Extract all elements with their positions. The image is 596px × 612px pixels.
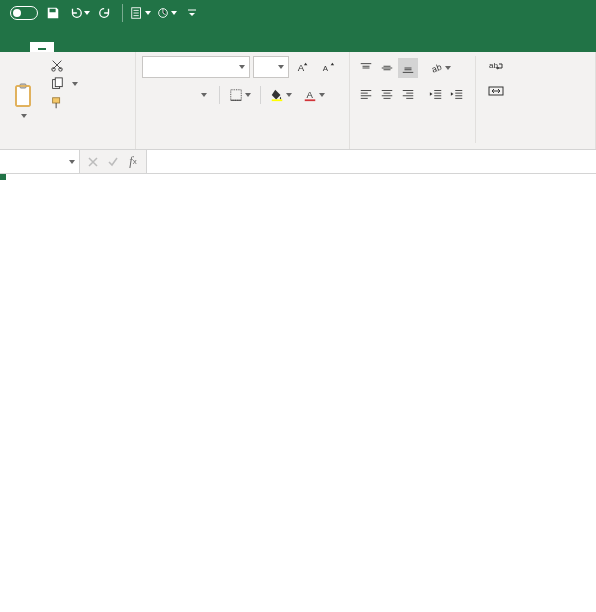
align-top-button[interactable] — [356, 58, 376, 78]
svg-rect-9 — [53, 98, 60, 103]
font-group-label — [142, 143, 343, 147]
autosave-toggle[interactable] — [6, 6, 38, 20]
svg-text:ab: ab — [430, 62, 443, 75]
cut-button[interactable] — [46, 56, 82, 74]
paste-button[interactable] — [6, 56, 42, 143]
tab-view[interactable] — [174, 42, 198, 52]
tab-formulas[interactable] — [102, 42, 126, 52]
tab-home[interactable] — [30, 42, 54, 52]
formula-bar[interactable] — [147, 150, 596, 173]
spreadsheet-grid[interactable] — [0, 174, 596, 612]
clipboard-group-label — [6, 143, 129, 147]
align-center-button[interactable] — [377, 84, 397, 104]
align-left-button[interactable] — [356, 84, 376, 104]
svg-rect-13 — [272, 99, 283, 101]
underline-button[interactable] — [192, 84, 214, 106]
increase-font-button[interactable]: A — [292, 56, 314, 78]
tab-developer[interactable] — [198, 42, 222, 52]
cancel-formula-button[interactable] — [84, 153, 102, 171]
fill-color-button[interactable] — [266, 84, 296, 106]
svg-rect-15 — [305, 99, 316, 101]
align-middle-button[interactable] — [377, 58, 397, 78]
decrease-indent-button[interactable] — [426, 84, 446, 104]
align-right-button[interactable] — [398, 84, 418, 104]
save-icon[interactable] — [42, 2, 64, 24]
alignment-group-label — [356, 143, 589, 147]
tab-page-layout[interactable] — [78, 42, 102, 52]
font-name-combo[interactable] — [142, 56, 250, 78]
qat-button-2[interactable] — [155, 2, 177, 24]
redo-button[interactable] — [94, 2, 116, 24]
bold-button[interactable] — [142, 84, 164, 106]
svg-rect-8 — [55, 78, 62, 87]
customize-qat-button[interactable] — [181, 2, 203, 24]
wrap-text-button[interactable]: ab — [484, 58, 512, 76]
ribbon-tabs — [0, 25, 596, 52]
qat-button-1[interactable] — [129, 2, 151, 24]
undo-button[interactable] — [68, 2, 90, 24]
group-clipboard — [0, 52, 136, 149]
toggle-switch[interactable] — [10, 6, 38, 20]
increase-indent-button[interactable] — [447, 84, 467, 104]
svg-text:A: A — [298, 62, 305, 73]
tab-insert[interactable] — [54, 42, 78, 52]
format-painter-button[interactable] — [46, 94, 82, 112]
font-color-button[interactable]: A — [299, 84, 329, 106]
formula-input[interactable] — [153, 155, 590, 169]
ribbon: A A A — [0, 52, 596, 150]
name-box-input[interactable] — [4, 155, 58, 169]
tab-file[interactable] — [6, 42, 30, 52]
formula-bar-row: fx — [0, 150, 596, 174]
tab-data[interactable] — [126, 42, 150, 52]
group-alignment: ab ab — [350, 52, 596, 149]
align-bottom-button[interactable] — [398, 58, 418, 78]
enter-formula-button[interactable] — [104, 153, 122, 171]
svg-rect-2 — [16, 86, 30, 106]
italic-button[interactable] — [167, 84, 189, 106]
svg-text:A: A — [323, 64, 329, 73]
svg-text:A: A — [307, 89, 314, 100]
group-font: A A A — [136, 52, 350, 149]
orientation-button[interactable]: ab — [426, 58, 454, 78]
font-size-combo[interactable] — [253, 56, 289, 78]
decrease-font-button[interactable]: A — [317, 56, 339, 78]
copy-button[interactable] — [46, 75, 82, 93]
merge-center-button[interactable] — [484, 82, 512, 100]
svg-rect-12 — [231, 90, 242, 101]
title-bar — [0, 0, 596, 25]
name-box[interactable] — [0, 150, 80, 173]
insert-function-button[interactable]: fx — [124, 153, 142, 171]
borders-button[interactable] — [225, 84, 255, 106]
tab-review[interactable] — [150, 42, 174, 52]
